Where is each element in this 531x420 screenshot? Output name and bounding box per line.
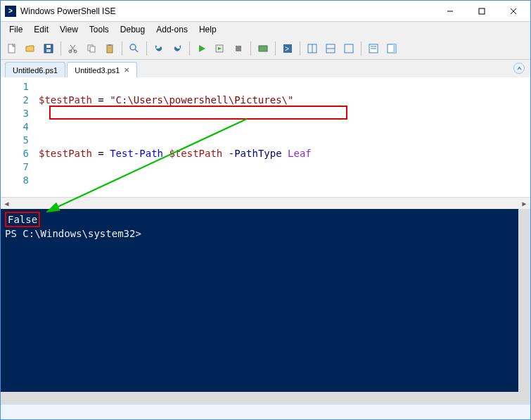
tab-label: Untitled3.ps1 bbox=[75, 66, 120, 75]
separator bbox=[361, 42, 362, 56]
code-area[interactable]: $testPath = "C:\Users\powershell\Picture… bbox=[36, 77, 530, 197]
stop-icon[interactable] bbox=[230, 40, 247, 57]
minimize-button[interactable] bbox=[434, 1, 466, 21]
remote-icon[interactable] bbox=[255, 40, 271, 57]
svg-rect-20 bbox=[259, 46, 267, 51]
paste-icon[interactable] bbox=[101, 40, 118, 57]
menu-addons[interactable]: Add-ons bbox=[151, 23, 193, 36]
svg-line-17 bbox=[135, 49, 138, 52]
menubar: File Edit View Tools Debug Add-ons Help bbox=[1, 22, 530, 37]
svg-rect-7 bbox=[46, 49, 51, 52]
run-icon[interactable] bbox=[193, 40, 210, 57]
maximize-button[interactable] bbox=[466, 1, 497, 21]
titlebar: > Windows PowerShell ISE bbox=[1, 1, 530, 22]
layout2-icon[interactable] bbox=[322, 40, 339, 57]
menu-file[interactable]: File bbox=[4, 23, 28, 36]
console-prompt: PS C:\Windows\system32> bbox=[5, 228, 141, 239]
window-controls bbox=[434, 1, 529, 21]
tab-strip: Untitled6.ps1 Untitled3.ps1 ✕ bbox=[1, 60, 530, 77]
redo-icon[interactable] bbox=[169, 40, 186, 57]
addon-icon[interactable] bbox=[383, 40, 400, 57]
script-editor[interactable]: 1 2 3 4 5 6 7 8 $testPath = "C:\Users\po… bbox=[1, 77, 530, 197]
svg-rect-19 bbox=[236, 46, 241, 51]
tab-label: Untitled6.ps1 bbox=[13, 66, 58, 75]
separator bbox=[122, 42, 122, 56]
open-icon[interactable] bbox=[22, 40, 39, 57]
layout1-icon[interactable] bbox=[304, 40, 321, 57]
console-vscrollbar[interactable] bbox=[518, 209, 530, 392]
console-hscrollbar[interactable] bbox=[1, 392, 530, 404]
svg-rect-32 bbox=[393, 44, 396, 53]
layout3-icon[interactable] bbox=[340, 40, 357, 57]
separator bbox=[300, 42, 300, 56]
commands-icon[interactable] bbox=[365, 40, 382, 57]
menu-help[interactable]: Help bbox=[193, 23, 222, 36]
separator bbox=[189, 42, 190, 56]
app-icon: > bbox=[5, 6, 16, 17]
tab-untitled3[interactable]: Untitled3.ps1 ✕ bbox=[67, 62, 137, 77]
statusbar bbox=[1, 404, 530, 420]
separator bbox=[275, 42, 276, 56]
menu-debug[interactable]: Debug bbox=[115, 23, 151, 36]
console-output: False bbox=[5, 212, 40, 227]
window-title: Windows PowerShell ISE bbox=[20, 6, 434, 16]
line-gutter: 1 2 3 4 5 6 7 8 bbox=[1, 77, 36, 197]
collapse-script-pane-icon[interactable] bbox=[513, 63, 525, 74]
separator bbox=[60, 42, 61, 56]
run-selection-icon[interactable] bbox=[212, 40, 229, 57]
copy-icon[interactable] bbox=[83, 40, 100, 57]
separator bbox=[146, 42, 147, 56]
menu-edit[interactable]: Edit bbox=[28, 23, 54, 36]
powershell-icon[interactable]: > bbox=[279, 40, 296, 57]
svg-rect-15 bbox=[108, 44, 111, 46]
menu-view[interactable]: View bbox=[54, 23, 84, 36]
tab-close-icon[interactable]: ✕ bbox=[124, 66, 129, 74]
scroll-left-icon[interactable]: ◄ bbox=[1, 198, 13, 210]
undo-icon[interactable] bbox=[151, 40, 167, 57]
find-icon[interactable] bbox=[126, 40, 143, 57]
console-pane[interactable]: False PS C:\Windows\system32> bbox=[1, 209, 530, 392]
svg-rect-1 bbox=[479, 8, 485, 14]
svg-text:>: > bbox=[285, 45, 289, 53]
menu-tools[interactable]: Tools bbox=[84, 23, 115, 36]
scroll-right-icon[interactable]: ► bbox=[518, 198, 530, 210]
toolbar: > bbox=[1, 37, 530, 60]
new-icon[interactable] bbox=[4, 40, 20, 57]
cut-icon[interactable] bbox=[65, 40, 82, 57]
separator bbox=[250, 42, 251, 56]
close-button[interactable] bbox=[497, 1, 529, 21]
tab-untitled6[interactable]: Untitled6.ps1 bbox=[5, 62, 65, 77]
svg-rect-27 bbox=[345, 44, 353, 53]
editor-hscrollbar[interactable]: ◄ ► bbox=[1, 197, 530, 209]
save-icon[interactable] bbox=[40, 40, 57, 57]
svg-rect-13 bbox=[90, 46, 95, 52]
svg-rect-14 bbox=[107, 45, 113, 53]
svg-rect-6 bbox=[46, 45, 51, 48]
svg-point-16 bbox=[130, 44, 136, 50]
